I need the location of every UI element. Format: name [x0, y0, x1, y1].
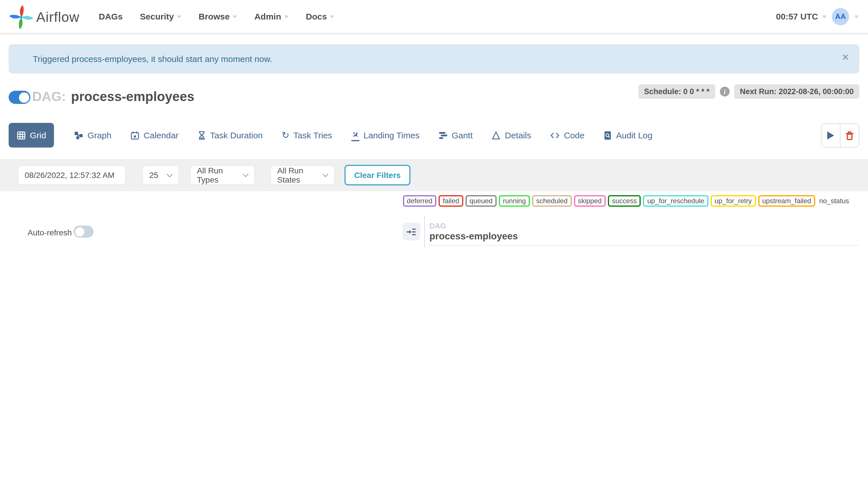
run-date-input[interactable]: [18, 165, 126, 185]
view-tabs: Grid Graph Calendar Task Duration ↻ Task…: [9, 123, 652, 148]
main-menu: DAGs Security Browse Admin Docs: [99, 0, 335, 33]
code-icon: [550, 131, 560, 139]
legend-up-for-retry[interactable]: up_for_retry: [711, 195, 756, 207]
dag-pause-toggle[interactable]: [9, 91, 30, 104]
run-types-select[interactable]: All Run Types: [190, 165, 255, 185]
trash-icon: [845, 130, 854, 140]
calendar-icon: [130, 130, 140, 140]
page-title: DAG:process-employees: [32, 89, 194, 105]
panel-label: DAG: [430, 221, 446, 230]
chevron-down-icon: [167, 171, 172, 177]
legend-upstream-failed[interactable]: upstream_failed: [758, 195, 815, 207]
tab-landing-times[interactable]: ✈ Landing Times: [351, 129, 419, 141]
plane-landing-icon: ✈: [351, 129, 359, 141]
tab-gantt[interactable]: Gantt: [438, 130, 472, 140]
nav-browse[interactable]: Browse: [199, 12, 237, 21]
clock-dropdown[interactable]: 00:57 UTC: [776, 12, 827, 21]
repeat-icon: ↻: [282, 130, 289, 140]
legend-no-status: no_status: [818, 196, 851, 205]
tab-code[interactable]: Code: [550, 130, 585, 140]
details-panel: DAG process-employees DAG Details DAG Ru…: [425, 216, 868, 248]
schedule-badges: Schedule: 0 0 * * * i Next Run: 2022-08-…: [638, 84, 859, 99]
info-icon[interactable]: i: [720, 87, 730, 96]
graph-icon: [74, 130, 83, 140]
run-states-select[interactable]: All Run States: [270, 165, 335, 185]
chevron-down-icon: [323, 171, 328, 176]
chevron-down-icon: [330, 16, 335, 18]
close-icon[interactable]: ✕: [842, 52, 849, 63]
collapse-panel-icon: [406, 227, 416, 236]
chevron-down-icon[interactable]: [854, 16, 859, 18]
chevron-down-icon: [284, 16, 289, 18]
dag-prefix: DAG:: [32, 89, 66, 104]
clear-filters-button[interactable]: Clear Filters: [344, 165, 410, 185]
legend-running[interactable]: running: [499, 195, 530, 207]
chevron-down-icon: [177, 16, 182, 18]
gantt-icon: [438, 130, 448, 140]
legend-up-for-reschedule[interactable]: up_for_reschedule: [643, 195, 709, 207]
navbar-right: 00:57 UTC AA: [776, 0, 859, 33]
toggle-knob: [75, 227, 84, 236]
tab-calendar[interactable]: Calendar: [130, 130, 179, 140]
hourglass-icon: [198, 130, 206, 140]
avatar[interactable]: AA: [832, 8, 849, 25]
toggle-knob: [19, 92, 29, 103]
top-navbar: Airflow DAGs Security Browse Admin Docs …: [0, 0, 868, 34]
grid-icon: [17, 130, 26, 140]
grid-panel: Auto-refresh Duration 00:00:03 00:00:01 …: [0, 216, 424, 248]
alert-message: Triggered process-employees, it should s…: [9, 54, 272, 64]
trigger-alert-banner: Triggered process-employees, it should s…: [9, 44, 859, 74]
play-icon: [827, 131, 835, 140]
filter-bar: 25 All Run Types All Run States Clear Fi…: [0, 159, 868, 191]
airflow-logo-icon: [9, 4, 34, 30]
legend-failed[interactable]: failed: [438, 195, 463, 207]
main-content: Auto-refresh Duration 00:00:03 00:00:01 …: [0, 216, 868, 248]
legend-deferred[interactable]: deferred: [403, 195, 436, 207]
auto-refresh-label: Auto-refresh: [28, 228, 72, 237]
nav-admin[interactable]: Admin: [254, 12, 289, 21]
collapse-details-button[interactable]: [402, 223, 420, 241]
legend-skipped[interactable]: skipped: [574, 195, 606, 207]
airflow-app: Airflow DAGs Security Browse Admin Docs …: [0, 0, 868, 248]
next-run-badge: Next Run: 2022-08-26, 00:00:00: [734, 84, 859, 99]
delete-dag-button[interactable]: [840, 124, 859, 147]
chevron-down-icon: [232, 16, 237, 18]
status-legend: deferred failed queued running scheduled…: [0, 193, 868, 209]
legend-scheduled[interactable]: scheduled: [532, 195, 572, 207]
details-icon: [492, 130, 501, 140]
legend-success[interactable]: success: [608, 195, 641, 207]
tab-graph[interactable]: Graph: [74, 130, 111, 140]
tab-details[interactable]: Details: [492, 130, 531, 140]
tab-audit-log[interactable]: Audit Log: [603, 130, 652, 140]
schedule-badge: Schedule: 0 0 * * *: [638, 84, 715, 99]
tab-task-duration[interactable]: Task Duration: [198, 130, 263, 140]
tab-task-tries[interactable]: ↻ Task Tries: [282, 130, 332, 140]
dag-actions-group: [821, 123, 859, 148]
divider: [430, 245, 860, 246]
chevron-down-icon: [822, 16, 827, 18]
nav-security[interactable]: Security: [140, 12, 181, 21]
tab-grid[interactable]: Grid: [9, 123, 54, 148]
limit-select[interactable]: 25: [142, 165, 179, 185]
nav-docs[interactable]: Docs: [306, 12, 335, 21]
dag-name: process-employees: [71, 89, 195, 104]
audit-log-icon: [603, 130, 612, 140]
legend-queued[interactable]: queued: [466, 195, 497, 207]
nav-dags[interactable]: DAGs: [99, 12, 123, 21]
brand-name: Airflow: [36, 9, 79, 25]
chevron-down-icon: [243, 171, 249, 177]
auto-refresh-toggle[interactable]: [74, 226, 94, 238]
trigger-dag-button[interactable]: [822, 124, 840, 147]
airflow-brand[interactable]: Airflow: [9, 4, 79, 30]
panel-dag-name: process-employees: [430, 231, 518, 242]
